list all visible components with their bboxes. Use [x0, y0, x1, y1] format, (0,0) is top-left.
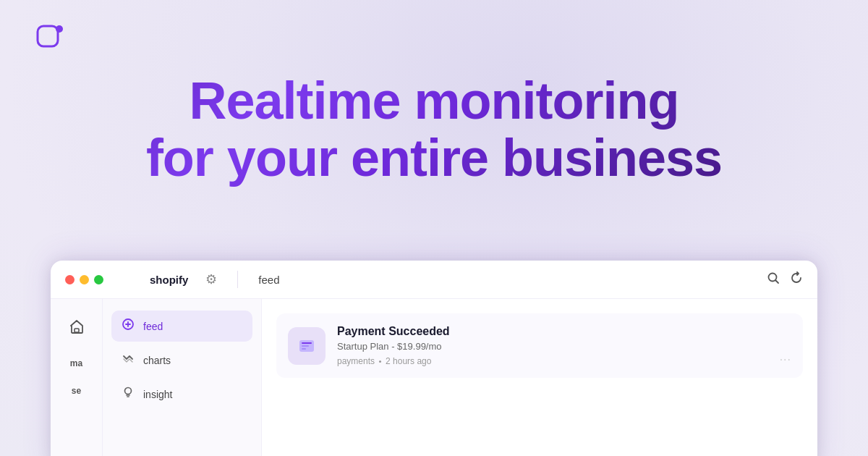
hero-line2: for your entire business	[0, 130, 868, 187]
hero-line1: Realtime monitoring	[0, 72, 868, 130]
refresh-icon[interactable]	[790, 271, 803, 288]
sidebar-feed-label: feed	[143, 321, 163, 332]
svg-rect-8	[302, 342, 312, 344]
charts-icon	[122, 352, 135, 368]
sidebar-insight-label: insight	[143, 389, 172, 400]
feed-item: Payment Succeeded Startup Plan - $19.99/…	[276, 313, 803, 378]
left-nav: ma se	[51, 299, 103, 456]
feed-item-time: 2 hours ago	[386, 356, 431, 366]
sidebar-item-charts[interactable]: charts	[111, 345, 252, 376]
svg-point-1	[56, 25, 63, 33]
app-name: shopify	[150, 274, 188, 286]
svg-rect-9	[302, 345, 309, 347]
search-icon[interactable]	[767, 271, 780, 288]
titlebar-icons	[767, 271, 803, 288]
feed-item-tag: payments	[337, 356, 375, 366]
gear-icon[interactable]: ⚙	[205, 271, 217, 287]
logo	[35, 20, 67, 52]
hero-section: Realtime monitoring for your entire busi…	[0, 72, 868, 187]
sidebar-charts-label: charts	[143, 355, 171, 366]
feed-item-meta: payments 2 hours ago	[337, 356, 791, 366]
feed-item-content: Payment Succeeded Startup Plan - $19.99/…	[337, 325, 791, 366]
maximize-button[interactable]	[94, 275, 103, 284]
content-area: ma se feed	[51, 299, 817, 456]
svg-rect-4	[75, 329, 79, 332]
feed-icon	[122, 318, 135, 334]
svg-rect-0	[38, 26, 58, 46]
svg-point-6	[125, 388, 132, 394]
nav-home[interactable]	[62, 312, 91, 341]
nav-se[interactable]: se	[72, 386, 81, 396]
titlebar-divider	[237, 271, 238, 288]
feed-item-subtitle: Startup Plan - $19.99/mo	[337, 341, 791, 352]
feed-label: feed	[258, 274, 755, 286]
feed-item-more[interactable]: ···	[780, 353, 791, 366]
main-panel: Payment Succeeded Startup Plan - $19.99/…	[262, 299, 817, 456]
sidebar-item-insight[interactable]: insight	[111, 379, 252, 410]
feed-item-icon	[288, 327, 326, 365]
app-window: shopify ⚙ feed	[51, 261, 817, 456]
svg-point-2	[769, 273, 777, 281]
feed-meta-dot	[379, 360, 381, 363]
window-controls	[65, 275, 103, 284]
minimize-button[interactable]	[80, 275, 89, 284]
sidebar-item-feed[interactable]: feed	[111, 311, 252, 342]
insight-icon	[122, 386, 135, 402]
feed-item-title: Payment Succeeded	[337, 325, 791, 338]
svg-rect-10	[302, 348, 306, 350]
nav-ma[interactable]: ma	[70, 358, 82, 368]
close-button[interactable]	[65, 275, 75, 284]
sidebar: feed charts	[103, 299, 262, 456]
titlebar: shopify ⚙ feed	[51, 261, 817, 299]
svg-line-3	[776, 280, 779, 283]
